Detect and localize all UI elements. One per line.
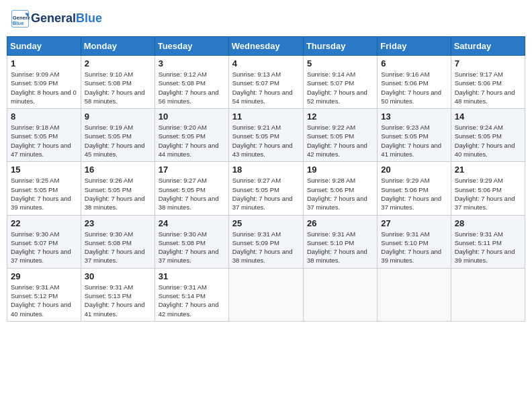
day-number: 10 [159, 111, 225, 122]
day-info: Sunrise: 9:31 AM Sunset: 5:10 PM Dayligh… [307, 230, 373, 265]
day-info: Sunrise: 9:31 AM Sunset: 5:11 PM Dayligh… [455, 230, 521, 265]
day-number: 19 [307, 165, 373, 175]
day-info: Sunrise: 9:30 AM Sunset: 5:08 PM Dayligh… [85, 230, 151, 265]
day-cell: 10Sunrise: 9:20 AM Sunset: 5:05 PM Dayli… [154, 109, 228, 162]
day-info: Sunrise: 9:31 AM Sunset: 5:14 PM Dayligh… [159, 283, 225, 318]
day-cell: 18Sunrise: 9:27 AM Sunset: 5:05 PM Dayli… [228, 162, 303, 215]
week-row-1: 1Sunrise: 9:09 AM Sunset: 5:09 PM Daylig… [7, 56, 525, 109]
day-cell: 28Sunrise: 9:31 AM Sunset: 5:11 PM Dayli… [451, 215, 525, 268]
day-info: Sunrise: 9:14 AM Sunset: 5:07 PM Dayligh… [307, 70, 373, 105]
day-cell: 2Sunrise: 9:10 AM Sunset: 5:08 PM Daylig… [81, 56, 154, 109]
weekday-header-monday: Monday [81, 37, 154, 56]
day-cell: 24Sunrise: 9:30 AM Sunset: 5:08 PM Dayli… [154, 215, 228, 268]
day-info: Sunrise: 9:31 AM Sunset: 5:13 PM Dayligh… [85, 283, 151, 318]
day-info: Sunrise: 9:23 AM Sunset: 5:05 PM Dayligh… [381, 123, 447, 158]
logo-icon: General Blue [11, 9, 30, 28]
day-cell: 13Sunrise: 9:23 AM Sunset: 5:05 PM Dayli… [378, 109, 451, 162]
week-row-2: 8Sunrise: 9:18 AM Sunset: 5:05 PM Daylig… [7, 109, 525, 162]
weekday-header-sunday: Sunday [7, 37, 81, 56]
day-number: 2 [85, 58, 151, 68]
day-number: 18 [232, 165, 300, 175]
day-number: 25 [232, 218, 300, 228]
day-cell: 3Sunrise: 9:12 AM Sunset: 5:08 PM Daylig… [154, 56, 228, 109]
day-info: Sunrise: 9:17 AM Sunset: 5:06 PM Dayligh… [455, 70, 521, 105]
day-cell: 17Sunrise: 9:27 AM Sunset: 5:05 PM Dayli… [154, 162, 228, 215]
day-info: Sunrise: 9:31 AM Sunset: 5:09 PM Dayligh… [232, 230, 300, 265]
day-info: Sunrise: 9:10 AM Sunset: 5:08 PM Dayligh… [85, 70, 151, 105]
day-cell: 12Sunrise: 9:22 AM Sunset: 5:05 PM Dayli… [303, 109, 377, 162]
day-number: 1 [11, 58, 77, 68]
day-cell: 11Sunrise: 9:21 AM Sunset: 5:05 PM Dayli… [228, 109, 303, 162]
day-info: Sunrise: 9:18 AM Sunset: 5:05 PM Dayligh… [11, 123, 77, 158]
day-cell: 20Sunrise: 9:29 AM Sunset: 5:06 PM Dayli… [378, 162, 451, 215]
weekday-header-tuesday: Tuesday [154, 37, 228, 56]
day-info: Sunrise: 9:31 AM Sunset: 5:12 PM Dayligh… [11, 283, 77, 318]
day-cell: 21Sunrise: 9:29 AM Sunset: 5:06 PM Dayli… [451, 162, 525, 215]
day-cell: 6Sunrise: 9:16 AM Sunset: 5:06 PM Daylig… [378, 56, 451, 109]
logo: General Blue GeneralBlue [11, 9, 102, 28]
day-cell: 23Sunrise: 9:30 AM Sunset: 5:08 PM Dayli… [81, 215, 154, 268]
day-number: 24 [159, 218, 225, 228]
day-info: Sunrise: 9:28 AM Sunset: 5:06 PM Dayligh… [307, 176, 373, 212]
day-cell: 14Sunrise: 9:24 AM Sunset: 5:05 PM Dayli… [451, 109, 525, 162]
logo-text: GeneralBlue [31, 12, 102, 26]
day-number: 26 [307, 218, 373, 228]
day-cell: 19Sunrise: 9:28 AM Sunset: 5:06 PM Dayli… [303, 162, 377, 215]
day-number: 30 [85, 271, 151, 281]
day-cell: 15Sunrise: 9:25 AM Sunset: 5:05 PM Dayli… [7, 162, 81, 215]
day-cell: 9Sunrise: 9:19 AM Sunset: 5:05 PM Daylig… [81, 109, 154, 162]
day-cell: 4Sunrise: 9:13 AM Sunset: 5:07 PM Daylig… [228, 56, 303, 109]
weekday-header-thursday: Thursday [303, 37, 377, 56]
day-cell: 16Sunrise: 9:26 AM Sunset: 5:05 PM Dayli… [81, 162, 154, 215]
day-info: Sunrise: 9:29 AM Sunset: 5:06 PM Dayligh… [381, 176, 447, 212]
day-info: Sunrise: 9:09 AM Sunset: 5:09 PM Dayligh… [11, 70, 77, 105]
page-header: General Blue GeneralBlue [7, 7, 525, 31]
day-number: 17 [159, 165, 225, 175]
day-info: Sunrise: 9:24 AM Sunset: 5:05 PM Dayligh… [455, 123, 521, 158]
day-number: 22 [11, 218, 77, 228]
day-cell: 7Sunrise: 9:17 AM Sunset: 5:06 PM Daylig… [451, 56, 525, 109]
day-info: Sunrise: 9:21 AM Sunset: 5:05 PM Dayligh… [232, 123, 300, 158]
day-number: 5 [307, 58, 373, 68]
day-cell: 30Sunrise: 9:31 AM Sunset: 5:13 PM Dayli… [81, 268, 154, 321]
day-info: Sunrise: 9:27 AM Sunset: 5:05 PM Dayligh… [232, 176, 300, 212]
day-info: Sunrise: 9:25 AM Sunset: 5:05 PM Dayligh… [11, 176, 77, 212]
day-info: Sunrise: 9:20 AM Sunset: 5:05 PM Dayligh… [159, 123, 225, 158]
day-info: Sunrise: 9:12 AM Sunset: 5:08 PM Dayligh… [159, 70, 225, 105]
weekday-header-wednesday: Wednesday [228, 37, 303, 56]
day-number: 8 [11, 111, 77, 122]
day-number: 27 [381, 218, 447, 228]
day-info: Sunrise: 9:13 AM Sunset: 5:07 PM Dayligh… [232, 70, 300, 105]
day-number: 12 [307, 111, 373, 122]
day-number: 13 [381, 111, 447, 122]
day-info: Sunrise: 9:16 AM Sunset: 5:06 PM Dayligh… [381, 70, 447, 105]
day-cell: 22Sunrise: 9:30 AM Sunset: 5:07 PM Dayli… [7, 215, 81, 268]
day-cell: 8Sunrise: 9:18 AM Sunset: 5:05 PM Daylig… [7, 109, 81, 162]
day-number: 11 [232, 111, 300, 122]
day-number: 14 [455, 111, 521, 122]
day-number: 20 [381, 165, 447, 175]
day-cell: 5Sunrise: 9:14 AM Sunset: 5:07 PM Daylig… [303, 56, 377, 109]
day-info: Sunrise: 9:19 AM Sunset: 5:05 PM Dayligh… [85, 123, 151, 158]
day-cell: 29Sunrise: 9:31 AM Sunset: 5:12 PM Dayli… [7, 268, 81, 321]
day-cell: 26Sunrise: 9:31 AM Sunset: 5:10 PM Dayli… [303, 215, 377, 268]
day-cell [228, 268, 303, 321]
day-info: Sunrise: 9:30 AM Sunset: 5:08 PM Dayligh… [159, 230, 225, 265]
day-number: 4 [232, 58, 300, 68]
day-cell [451, 268, 525, 321]
day-number: 21 [455, 165, 521, 175]
svg-text:Blue: Blue [13, 20, 24, 26]
day-info: Sunrise: 9:30 AM Sunset: 5:07 PM Dayligh… [11, 230, 77, 265]
week-row-3: 15Sunrise: 9:25 AM Sunset: 5:05 PM Dayli… [7, 162, 525, 215]
day-info: Sunrise: 9:31 AM Sunset: 5:10 PM Dayligh… [381, 230, 447, 265]
weekday-header-friday: Friday [378, 37, 451, 56]
day-cell: 31Sunrise: 9:31 AM Sunset: 5:14 PM Dayli… [154, 268, 228, 321]
day-number: 9 [85, 111, 151, 122]
day-info: Sunrise: 9:29 AM Sunset: 5:06 PM Dayligh… [455, 176, 521, 212]
day-number: 23 [85, 218, 151, 228]
day-number: 6 [381, 58, 447, 68]
day-number: 3 [159, 58, 225, 68]
day-cell [378, 268, 451, 321]
day-number: 29 [11, 271, 77, 281]
day-info: Sunrise: 9:26 AM Sunset: 5:05 PM Dayligh… [85, 176, 151, 212]
